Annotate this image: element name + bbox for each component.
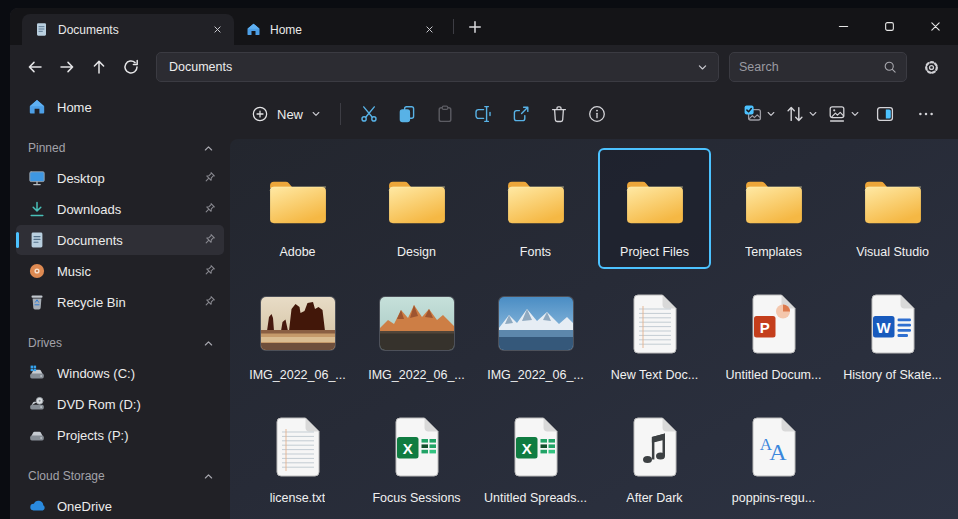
minimize-icon xyxy=(838,21,849,32)
file-tile-project-files[interactable]: Project Files xyxy=(598,148,711,269)
back-button[interactable] xyxy=(20,52,50,82)
maximize-window-button[interactable] xyxy=(866,8,912,45)
chevron-down-icon xyxy=(850,109,860,119)
new-button[interactable]: New xyxy=(242,98,330,130)
file-tile-focus-sessions[interactable]: XFocus Sessions xyxy=(360,394,473,515)
svg-text:X: X xyxy=(521,439,531,456)
details-pane-button[interactable] xyxy=(867,97,903,131)
paste-button[interactable] xyxy=(427,97,463,131)
excel-icon: X xyxy=(483,402,588,491)
share-button[interactable] xyxy=(503,97,539,131)
settings-button[interactable] xyxy=(916,52,946,82)
search-box[interactable] xyxy=(729,52,907,82)
content-panel: AdobeDesignFontsProject FilesTemplatesVi… xyxy=(230,139,958,519)
rename-button[interactable] xyxy=(465,97,501,131)
select-button[interactable] xyxy=(741,97,778,131)
pin-icon[interactable] xyxy=(202,264,216,278)
sidebar-item-recycle-bin[interactable]: Recycle Bin xyxy=(16,287,224,317)
pin-icon[interactable] xyxy=(202,233,216,247)
chevron-up-icon[interactable] xyxy=(203,338,214,349)
file-tile-templates[interactable]: Templates xyxy=(717,148,830,269)
maximize-icon xyxy=(884,21,895,32)
pin-icon[interactable] xyxy=(202,171,216,185)
file-tile-history-of-skate[interactable]: WHistory of Skate... xyxy=(836,271,949,392)
file-tile-after-dark[interactable]: After Dark xyxy=(598,394,711,515)
file-tile-new-text-doc[interactable]: New Text Doc... xyxy=(598,271,711,392)
file-tile-poppins-regu[interactable]: AApoppins-regu... xyxy=(717,394,830,515)
section-header-cloud-storage[interactable]: Cloud Storage xyxy=(16,462,224,490)
close-icon xyxy=(930,21,941,32)
pin-icon[interactable] xyxy=(202,295,216,309)
file-tile-visual-studio[interactable]: Visual Studio xyxy=(836,148,949,269)
sidebar-item-desktop[interactable]: Desktop xyxy=(16,163,224,193)
sidebar-item-label: Documents xyxy=(57,233,191,248)
file-tile-adobe[interactable]: Adobe xyxy=(241,148,354,269)
section-header-pinned[interactable]: Pinned xyxy=(16,134,224,162)
sidebar-item-home[interactable]: Home xyxy=(16,92,224,122)
svg-text:X: X xyxy=(402,439,412,456)
new-tab-button[interactable] xyxy=(461,13,489,41)
powerpoint-icon: P xyxy=(721,279,826,368)
sidebar-item-onedrive[interactable]: OneDrive xyxy=(16,491,224,519)
up-button[interactable] xyxy=(84,52,114,82)
chevron-up-icon[interactable] xyxy=(203,143,214,154)
address-bar[interactable]: Documents xyxy=(156,52,719,82)
view-button[interactable] xyxy=(825,97,862,131)
file-tile-license-txt[interactable]: license.txt xyxy=(241,394,354,515)
chevron-down-icon xyxy=(808,109,818,119)
toolbar-separator xyxy=(340,103,341,125)
tab-documents[interactable]: Documents xyxy=(22,14,234,45)
sidebar-item-label: DVD Rom (D:) xyxy=(57,397,216,412)
sidebar-item-windows-c[interactable]: Windows (C:) xyxy=(16,358,224,388)
sidebar-item-dvd-rom-d[interactable]: DVD Rom (D:) xyxy=(16,389,224,419)
delete-button[interactable] xyxy=(541,97,577,131)
sort-button[interactable] xyxy=(783,97,820,131)
sidebar-item-projects-p[interactable]: Projects (P:) xyxy=(16,420,224,450)
folder-icon xyxy=(483,156,588,245)
folder-icon xyxy=(364,156,469,245)
image-snow-icon xyxy=(483,279,588,368)
minimize-window-button[interactable] xyxy=(820,8,866,45)
file-tile-untitled-spreads[interactable]: XUntitled Spreads... xyxy=(479,394,592,515)
close-window-button[interactable] xyxy=(912,8,958,45)
downloads-icon xyxy=(28,200,46,218)
cut-button[interactable] xyxy=(351,97,387,131)
chevron-down-icon[interactable] xyxy=(697,62,708,73)
file-tile-design[interactable]: Design xyxy=(360,148,473,269)
close-tab-icon[interactable] xyxy=(208,21,226,39)
text-icon xyxy=(602,279,707,368)
tab-home[interactable]: Home xyxy=(234,14,446,45)
copy-button[interactable] xyxy=(389,97,425,131)
file-tile-fonts[interactable]: Fonts xyxy=(479,148,592,269)
window-controls xyxy=(820,8,958,45)
file-name: Untitled Spreads... xyxy=(484,491,587,506)
sidebar-item-documents[interactable]: Documents xyxy=(16,225,224,255)
tab-label: Documents xyxy=(58,23,199,37)
font-icon: AA xyxy=(721,402,826,491)
chevron-up-icon[interactable] xyxy=(203,471,214,482)
document-icon xyxy=(28,231,46,249)
refresh-icon xyxy=(122,58,140,76)
more-button[interactable] xyxy=(908,97,944,131)
file-tile-img-2022-06[interactable]: IMG_2022_06_... xyxy=(241,271,354,392)
pin-icon[interactable] xyxy=(202,202,216,216)
sidebar-item-music[interactable]: Music xyxy=(16,256,224,286)
file-tile-img-2022-06[interactable]: IMG_2022_06_... xyxy=(360,271,473,392)
folder-icon xyxy=(721,156,826,245)
file-name: After Dark xyxy=(626,491,682,506)
file-name: Design xyxy=(397,245,436,260)
refresh-button[interactable] xyxy=(116,52,146,82)
close-tab-icon[interactable] xyxy=(420,21,438,39)
file-tile-untitled-docum[interactable]: PUntitled Docum... xyxy=(717,271,830,392)
forward-button[interactable] xyxy=(52,52,82,82)
image-desert-icon xyxy=(245,279,350,368)
file-tile-img-2022-06[interactable]: IMG_2022_06_... xyxy=(479,271,592,392)
back-icon xyxy=(26,58,44,76)
search-input[interactable] xyxy=(739,60,883,74)
sidebar-item-label: Windows (C:) xyxy=(57,366,216,381)
section-header-drives[interactable]: Drives xyxy=(16,329,224,357)
info-button[interactable] xyxy=(579,97,615,131)
sidebar-item-downloads[interactable]: Downloads xyxy=(16,194,224,224)
address-text: Documents xyxy=(169,60,232,74)
search-icon xyxy=(883,60,897,74)
